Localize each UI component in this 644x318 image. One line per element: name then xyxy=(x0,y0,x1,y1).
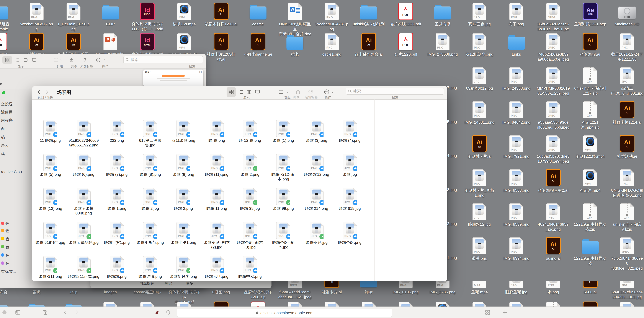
forward-button[interactable] xyxy=(73,309,81,316)
desktop-item[interactable]: PNGIMG_84642.png xyxy=(498,100,535,125)
file-item[interactable]: PNG222.png xyxy=(100,119,134,143)
desktop-item[interactable]: Macintosh HD xyxy=(608,2,644,26)
desktop-item[interactable]: PNGIMG_24363.png xyxy=(498,66,535,91)
desktop-item[interactable]: IdINDD身体乳说明书打样 1119（低...）.indd xyxy=(129,2,166,31)
desktop-item[interactable]: 1221笔记本打样发稿 xyxy=(572,237,608,266)
desktop-item[interactable]: PNGWechatIMG817.pn g xyxy=(18,2,55,31)
file-item[interactable]: JPG眼霜圣诞.jpg xyxy=(300,221,333,245)
sidebar-item[interactable]: 空投送 xyxy=(1,101,13,107)
file-item[interactable]: PNG眼霜新风尚.png xyxy=(167,255,200,279)
sidebar-tag-item[interactable]: 色 xyxy=(6,244,10,250)
file-item[interactable]: PNG眼霜 (5).png xyxy=(34,153,67,177)
desktop-item[interactable]: PNGUNISKIN LOGO白 色透明底-01.png xyxy=(608,169,644,198)
desktop-item[interactable]: AiAI小红书banner.ai xyxy=(240,32,276,57)
desktop-item[interactable]: IdIDML身体乳说明书打样 xyxy=(129,32,166,57)
desktop-item[interactable]: ZIP1221笔记本打样发 稿.zip xyxy=(572,203,608,232)
desktop-item[interactable]: JPEGMMPHMI-0332019 01-530-...2v9.jpeg xyxy=(535,66,572,96)
group-button[interactable] xyxy=(277,88,285,96)
file-item[interactable]: PNG眼霜年货1.png xyxy=(100,221,134,245)
tag-color-dot[interactable] xyxy=(1,229,4,232)
share-button[interactable] xyxy=(68,56,75,64)
desktop-item[interactable]: AiAI6666.ai xyxy=(572,270,608,295)
gallery-view-button[interactable] xyxy=(30,57,38,63)
file-item[interactable]: PNG眼霜 (1).png xyxy=(267,119,300,143)
tag-color-dot[interactable] xyxy=(1,245,4,248)
desktop-item[interactable]: JPEG740b25b0ae3b39 a980da...c0e.jpeg xyxy=(535,32,572,62)
action-chevron-icon[interactable] xyxy=(331,90,334,94)
file-item[interactable]: PNG眼霜元旦.png xyxy=(200,255,233,279)
desktop-item[interactable]: AiAI笔记本打样1203.ai xyxy=(203,2,240,26)
file-item[interactable]: JPG眼霜 618预售.jpg xyxy=(34,221,67,245)
back-button[interactable] xyxy=(36,89,42,95)
finder-window-front[interactable]: 场景图 返回 / 前进 显示群组共享编辑标签操作搜索搜索 PNG11 眼霜.pn… xyxy=(32,86,448,281)
desktop-item[interactable]: PDF0914.pdf xyxy=(0,32,18,57)
sidebar-all-tags[interactable]: 有标签... xyxy=(1,269,16,274)
file-item[interactable]: PNG眼霜 (11).png xyxy=(200,153,233,177)
sidebar-item[interactable]: 稿 xyxy=(1,135,5,140)
sidebar-item[interactable]: 用程序 xyxy=(1,118,13,123)
sidebar-item[interactable]: reative Clou... xyxy=(1,170,25,174)
sidebar-item[interactable]: 果云 xyxy=(1,143,9,148)
tag-color-dot[interactable] xyxy=(1,262,4,265)
action-button[interactable] xyxy=(95,56,102,64)
desktop-item[interactable]: MP4圣诞终.mp4 xyxy=(572,169,608,193)
desktop-item[interactable]: AiAIb站封面.ai xyxy=(18,32,55,57)
desktop-item[interactable]: JPG双12面霜.jpg xyxy=(461,2,498,26)
desktop-item[interactable]: JPG高清工 厂.00_0...ill001.jpg xyxy=(608,66,644,96)
desktop-item[interactable]: PNGWechatIMG4737.p ng xyxy=(314,2,350,31)
file-item[interactable]: PNG眼霜霜.png xyxy=(100,255,134,279)
file-item[interactable]: PNG眼 霜.png xyxy=(200,119,233,143)
file-item[interactable]: PNG眼霜七夕1.png xyxy=(167,221,200,245)
file-item[interactable]: JPG眼霜 618.jpg xyxy=(333,187,366,211)
desktop-item[interactable]: AiAI连卡佛陈列台.ai xyxy=(350,32,387,57)
file-item[interactable]: PNG眼霜双11.png xyxy=(34,255,67,279)
desktop-item[interactable]: 圣诞海报 xyxy=(424,2,461,26)
desktop-item[interactable]: PDF名片改版1220.pdf xyxy=(387,2,424,26)
file-item[interactable]: PNG眼霜 (3).png xyxy=(300,119,333,143)
file-item[interactable]: PNG眼霜 2.png xyxy=(167,187,200,211)
desktop-item[interactable]: PNG1_DeMain_0158.p ng xyxy=(55,2,92,31)
sidebar-tag-item[interactable]: 色 xyxy=(6,221,10,226)
finder-window-sidebar-sliver[interactable]: 空投送近使用用程序面稿果云载reative Clou...色色色色色色有标签..… xyxy=(0,89,31,288)
desktop-item[interactable]: PNG水.png xyxy=(535,270,572,295)
action-chevron-icon[interactable] xyxy=(102,58,105,62)
file-item[interactable]: PNG眼霜 (12).png xyxy=(34,187,67,211)
file-item[interactable]: PNG眼霜-双12.png xyxy=(300,153,333,177)
desktop-item[interactable]: cosme xyxy=(240,2,276,26)
grid-view-button[interactable] xyxy=(226,87,236,97)
tab-overview-button[interactable] xyxy=(484,309,492,316)
desktop-item[interactable]: PNGIMG_8539.png xyxy=(498,203,535,227)
desktop-item[interactable]: PNGIMG_273588.png xyxy=(424,32,461,57)
desktop-item[interactable]: JPG眼膜双12.jpg xyxy=(461,203,498,227)
desktop-item[interactable]: MP4圣诞.mp4 xyxy=(461,270,498,295)
desktop-item[interactable]: JPG5b463a7cf090cc4 604236...903.jpg xyxy=(608,270,644,300)
desktop-item[interactable]: JPEG36b0a632f1dc1e6 8b961d...be91.jpeg xyxy=(535,2,572,36)
desktop-item[interactable]: uniskin连卡佛陈列 xyxy=(350,2,387,26)
group-chevron-icon[interactable] xyxy=(286,90,289,94)
desktop-item[interactable]: JPEGa55aae535493de df601ba...5b6.jpeg xyxy=(535,100,572,130)
desktop-item[interactable]: PNG布丁.png xyxy=(498,2,535,26)
tag-color-dot[interactable] xyxy=(1,253,4,257)
desktop-item[interactable]: AiAI社群卡片1214.ai xyxy=(608,100,644,125)
extension-blob-icon[interactable] xyxy=(153,309,161,316)
sidebar-tag-item[interactable]: 色 xyxy=(6,236,10,242)
desktop-item[interactable]: JPG眼膜圣诞.jpg xyxy=(498,270,535,295)
desktop-item[interactable]: AeAEP圣诞海报1221.aep xyxy=(572,2,608,26)
desktop-item[interactable]: PNG双12肌活水.png xyxy=(461,32,498,57)
desktop-item[interactable]: JPEG7cfb2d84143869e6 f8d6fce...322.jpeg xyxy=(608,237,644,271)
desktop-item[interactable]: ZIPuniskin连卡佛陈列 1217.zip xyxy=(572,66,608,96)
desktop-item[interactable]: PNGcircle1.png xyxy=(314,32,350,57)
columns-view-button[interactable] xyxy=(245,88,252,96)
file-item[interactable]: PNG眼 12 霜.png xyxy=(233,119,267,143)
file-item[interactable]: JPG618第二波预 售.jpg xyxy=(134,119,167,148)
more-button[interactable]: 更多... xyxy=(186,281,196,286)
privacy-shield-icon[interactable] xyxy=(164,309,172,316)
desktop-item[interactable]: MP4圣诞1221终.mp4 xyxy=(572,134,608,159)
file-item[interactable]: PNG眼霜 (9).png xyxy=(167,153,200,177)
group-chevron-icon[interactable] xyxy=(60,58,63,62)
desktop-item[interactable]: AiAI社群卡片1203打 样.ai xyxy=(203,32,240,62)
desktop-item[interactable]: Links xyxy=(498,32,535,57)
sidebar-item[interactable]: 载 xyxy=(1,151,5,156)
list-view-button[interactable] xyxy=(14,57,21,63)
desktop-item[interactable]: ZIP圣诞1221 终.mp4.zip xyxy=(572,100,608,130)
